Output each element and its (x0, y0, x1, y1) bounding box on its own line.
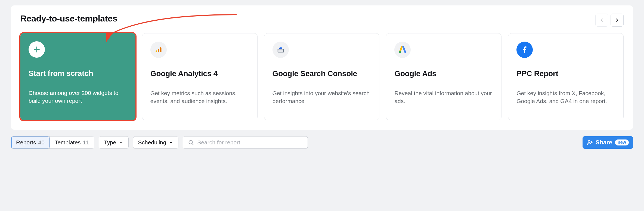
tab-templates[interactable]: Templates 11 (49, 136, 94, 148)
user-plus-icon (587, 139, 593, 145)
card-title: Google Search Console (273, 69, 371, 78)
panel-header: Ready-to-use-templates (20, 14, 624, 27)
svg-rect-3 (158, 49, 159, 52)
carousel-prev-button[interactable] (595, 14, 608, 27)
svg-point-9 (399, 51, 401, 53)
svg-rect-2 (156, 50, 157, 52)
google-search-console-icon (273, 42, 289, 58)
card-google-ads[interactable]: Google Ads Reveal the vital information … (386, 33, 501, 120)
chevron-right-icon (615, 18, 620, 23)
card-description: Reveal the vital information about your … (394, 89, 493, 105)
view-toggle-group: Reports 40 Templates 11 (11, 136, 94, 149)
share-label: Share (596, 139, 612, 146)
filter-scheduling-dropdown[interactable]: Scheduling (133, 136, 179, 149)
card-title: Google Ads (394, 69, 493, 78)
filter-label: Type (104, 139, 116, 146)
svg-rect-6 (278, 49, 283, 52)
share-button[interactable]: Share new (583, 136, 633, 149)
bottom-toolbar: Reports 40 Templates 11 Type Scheduling … (11, 136, 633, 149)
card-description: Get insights into your website's search … (273, 89, 371, 105)
card-description: Get key insights from X, Facebook, Googl… (516, 89, 615, 105)
google-ads-icon (394, 42, 411, 58)
card-ppc-report[interactable]: PPC Report Get key insights from X, Face… (508, 33, 624, 120)
google-analytics-icon (150, 42, 167, 58)
svg-line-11 (192, 144, 193, 145)
svg-point-12 (588, 141, 590, 142)
new-badge: new (615, 139, 629, 145)
tab-label: Templates (55, 139, 81, 146)
card-start-from-scratch[interactable]: Start from scratch Choose among over 200… (20, 33, 135, 120)
card-title: Google Analytics 4 (150, 69, 249, 78)
chevron-down-icon (119, 140, 123, 145)
card-description: Get key metrics such as sessions, events… (150, 89, 249, 105)
card-google-search-console[interactable]: Google Search Console Get insights into … (264, 33, 380, 120)
panel-title: Ready-to-use-templates (20, 14, 117, 24)
carousel-next-button[interactable] (611, 14, 624, 27)
search-icon (188, 139, 194, 145)
carousel-nav (595, 14, 624, 27)
card-title: PPC Report (516, 69, 615, 78)
template-cards-row: Start from scratch Choose among over 200… (20, 33, 624, 120)
chevron-down-icon (169, 140, 173, 145)
card-google-analytics-4[interactable]: Google Analytics 4 Get key metrics such … (142, 33, 258, 120)
facebook-icon (516, 42, 533, 58)
chevron-left-icon (599, 18, 604, 23)
tab-count: 11 (83, 139, 89, 146)
search-input[interactable] (197, 139, 303, 146)
tab-count: 40 (38, 139, 45, 146)
filter-label: Scheduling (138, 139, 166, 146)
templates-panel: Ready-to-use-templates Start from scratc… (11, 5, 633, 130)
svg-rect-4 (160, 47, 162, 52)
card-description: Choose among over 200 widgets to build y… (29, 89, 127, 105)
search-field-wrapper[interactable] (183, 136, 308, 149)
filter-type-dropdown[interactable]: Type (99, 136, 129, 149)
svg-rect-8 (279, 48, 282, 49)
card-title: Start from scratch (29, 69, 127, 78)
tab-label: Reports (16, 139, 36, 146)
tab-reports[interactable]: Reports 40 (11, 136, 49, 148)
plus-icon (29, 41, 45, 58)
